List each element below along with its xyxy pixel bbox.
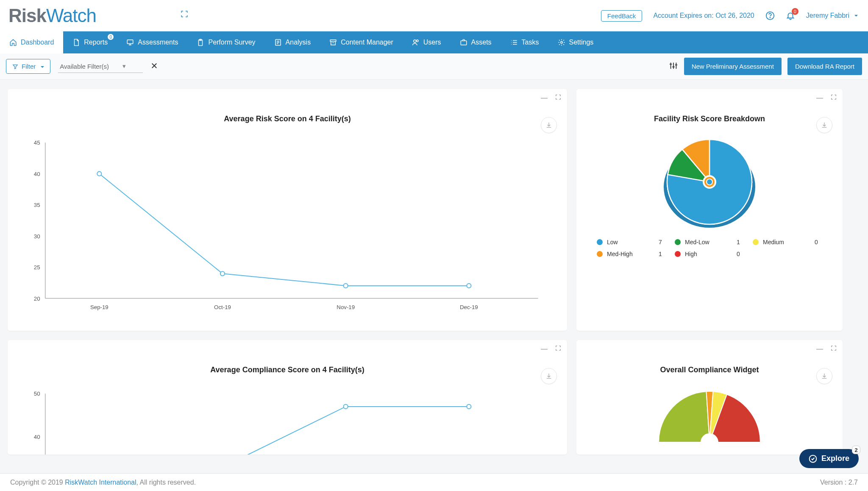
minimize-icon[interactable]: — xyxy=(541,94,548,102)
users-icon xyxy=(412,39,420,46)
company-link[interactable]: RiskWatch International xyxy=(65,479,136,486)
svg-text:Oct-19: Oct-19 xyxy=(214,304,231,310)
briefcase-icon xyxy=(460,39,467,46)
card-average-compliance-score: — Average Compliance Score on 4 Facility… xyxy=(8,340,567,455)
legend-item-medium: Medium 0 xyxy=(753,239,822,246)
help-icon[interactable] xyxy=(765,11,775,20)
nav-perform-survey[interactable]: Perform Survey xyxy=(187,31,264,53)
gear-icon xyxy=(558,39,565,46)
risk-line-chart: 45 40 35 30 25 20 xyxy=(28,136,547,313)
svg-point-8 xyxy=(416,40,418,42)
header: RiskWatch FeedBack Account Expires on: O… xyxy=(0,0,868,31)
flask-icon xyxy=(274,39,282,46)
swatch-icon xyxy=(753,239,759,245)
nav-reports[interactable]: Reports 0 xyxy=(63,31,117,53)
download-chart-icon[interactable] xyxy=(816,117,832,133)
clipboard-icon xyxy=(197,39,204,46)
compliance-gauge-chart xyxy=(654,387,765,451)
archive-icon xyxy=(329,39,337,46)
chevron-down-icon: ▾ xyxy=(122,62,126,70)
document-icon xyxy=(72,39,80,46)
expand-icon[interactable] xyxy=(831,345,837,353)
nav-dashboard[interactable]: Dashboard xyxy=(0,31,63,53)
svg-text:25: 25 xyxy=(34,264,40,271)
swatch-icon xyxy=(597,239,603,245)
logo-risk: Risk xyxy=(8,6,46,25)
svg-text:35: 35 xyxy=(34,202,40,208)
list-icon xyxy=(510,39,518,46)
svg-point-22 xyxy=(467,284,471,288)
nav-label: Assessments xyxy=(138,39,178,46)
check-circle-icon xyxy=(809,455,817,463)
expand-icon[interactable] xyxy=(831,94,837,102)
svg-point-30 xyxy=(707,179,712,184)
swatch-icon xyxy=(675,239,681,245)
svg-text:45: 45 xyxy=(34,139,40,146)
svg-text:50: 50 xyxy=(34,391,40,397)
svg-rect-9 xyxy=(461,41,467,45)
card-title: Average Risk Score on 4 Facility(s) xyxy=(15,114,559,123)
svg-text:Nov-19: Nov-19 xyxy=(337,304,355,310)
card-facility-risk-breakdown: — Facility Risk Score Breakdown xyxy=(576,89,843,331)
nav-label: Analysis xyxy=(286,39,311,46)
svg-text:30: 30 xyxy=(34,233,40,240)
new-preliminary-assessment-button[interactable]: New Preliminary Assessment xyxy=(684,58,782,75)
home-icon xyxy=(9,39,17,46)
nav-settings[interactable]: Settings xyxy=(548,31,603,53)
account-expires: Account Expires on: Oct 26, 2020 xyxy=(653,12,754,20)
filter-button[interactable]: Filter xyxy=(6,59,50,74)
main-nav: Dashboard Reports 0 Assessments Perform … xyxy=(0,31,868,53)
fullscreen-icon[interactable] xyxy=(181,9,190,19)
legend-item-low: Low 7 xyxy=(597,239,666,246)
svg-point-34 xyxy=(344,405,348,409)
explore-button[interactable]: Explore 2 xyxy=(799,449,859,468)
pie-legend: Low 7 Med-Low 1 Medium 0 xyxy=(584,239,835,257)
nav-assessments[interactable]: Assessments xyxy=(117,31,187,53)
expand-icon[interactable] xyxy=(555,94,561,102)
nav-users[interactable]: Users xyxy=(403,31,451,53)
svg-text:Dec-19: Dec-19 xyxy=(460,304,478,310)
minimize-icon[interactable]: — xyxy=(816,345,823,353)
download-ra-report-button[interactable]: Download RA Report xyxy=(787,58,862,75)
feedback-button[interactable]: FeedBack xyxy=(601,10,643,22)
svg-point-10 xyxy=(560,42,562,44)
filter-icon xyxy=(12,64,18,70)
card-overall-compliance-widget: — Overall Compliance Widget xyxy=(576,340,843,455)
logo-watch: Watch xyxy=(46,6,96,25)
notification-bell-icon[interactable]: 0 xyxy=(786,11,795,20)
card-title: Facility Risk Score Breakdown xyxy=(584,114,835,123)
dashboard-content: — Average Risk Score on 4 Facility(s) 45… xyxy=(0,80,868,491)
card-average-risk-score: — Average Risk Score on 4 Facility(s) 45… xyxy=(8,89,567,331)
svg-text:20: 20 xyxy=(34,296,40,302)
copyright: Copyright © 2019 RiskWatch International… xyxy=(10,479,196,486)
reports-badge: 0 xyxy=(108,34,114,40)
nav-label: Dashboard xyxy=(21,39,54,46)
minimize-icon[interactable]: — xyxy=(541,345,548,353)
svg-rect-2 xyxy=(128,40,134,44)
clear-filters-icon[interactable] xyxy=(150,61,158,72)
minimize-icon[interactable]: — xyxy=(816,94,823,102)
available-filters-dropdown[interactable]: Available Filter(s) ▾ xyxy=(58,60,143,73)
download-chart-icon[interactable] xyxy=(541,368,557,384)
nav-assets[interactable]: Assets xyxy=(451,31,501,53)
svg-point-21 xyxy=(344,284,348,288)
nav-label: Perform Survey xyxy=(208,39,255,46)
expand-icon[interactable] xyxy=(555,345,561,353)
risk-pie-chart: Low 7 Med-Low 1 Medium 0 xyxy=(584,135,835,257)
nav-tasks[interactable]: Tasks xyxy=(501,31,548,53)
svg-rect-6 xyxy=(330,40,336,42)
download-chart-icon[interactable] xyxy=(816,368,832,384)
download-chart-icon[interactable] xyxy=(541,117,557,133)
nav-analysis[interactable]: Analysis xyxy=(265,31,320,53)
user-menu[interactable]: Jeremy Fabbri xyxy=(806,12,858,20)
logo: RiskWatch xyxy=(8,6,96,25)
svg-point-1 xyxy=(770,17,770,18)
nav-content-manager[interactable]: Content Manager xyxy=(320,31,403,53)
adjust-layout-icon[interactable] xyxy=(669,61,678,72)
nav-label: Content Manager xyxy=(341,39,393,46)
legend-item-medlow: Med-Low 1 xyxy=(675,239,744,246)
svg-point-7 xyxy=(414,40,416,42)
monitor-icon xyxy=(126,39,134,46)
legend-item-high: High 0 xyxy=(675,251,744,257)
nav-label: Assets xyxy=(471,39,492,46)
